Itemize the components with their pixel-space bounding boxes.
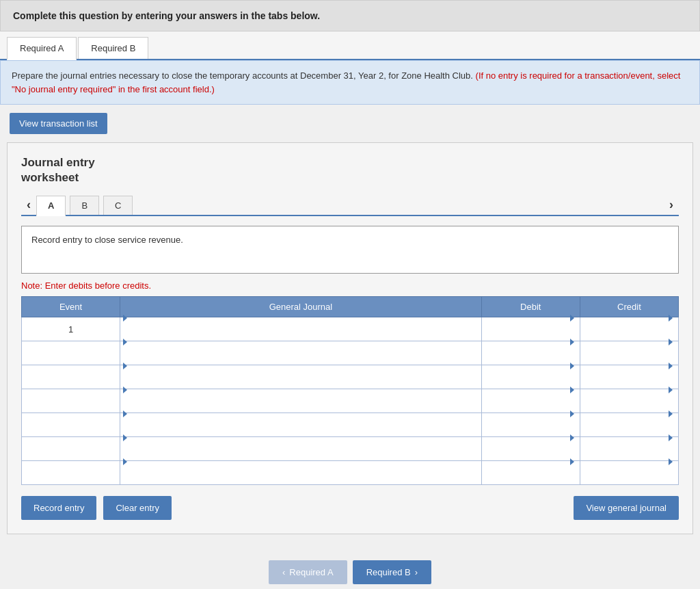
- footer-prev-button[interactable]: ‹ Required A: [269, 560, 347, 584]
- debit-input[interactable]: [482, 347, 577, 370]
- credit-input[interactable]: [580, 371, 675, 394]
- general-journal-input[interactable]: [123, 419, 481, 442]
- general-journal-input[interactable]: [123, 323, 481, 346]
- view-transaction-list-button[interactable]: View transaction list: [10, 113, 107, 134]
- next-arrow-icon: ›: [415, 567, 418, 577]
- debit-input[interactable]: [482, 467, 577, 490]
- event-cell: [22, 341, 120, 365]
- instruction-bar: Complete this question by entering your …: [0, 0, 700, 31]
- credit-input[interactable]: [580, 323, 675, 346]
- view-general-journal-button[interactable]: View general journal: [574, 496, 679, 520]
- cell-arrow-icon: [123, 363, 127, 369]
- sub-tab-b[interactable]: B: [70, 196, 99, 215]
- general-journal-input[interactable]: [123, 443, 481, 466]
- cell-arrow-icon: [669, 315, 673, 322]
- worksheet-container: Journal entryworksheet ‹ A B C › Record …: [7, 142, 693, 534]
- debit-input[interactable]: [482, 371, 577, 394]
- description-normal-text: Prepare the journal entries necessary to…: [12, 70, 473, 81]
- cell-arrow-icon: [123, 410, 127, 417]
- debit-input[interactable]: [482, 419, 577, 442]
- tab-required-b[interactable]: Required B: [78, 37, 148, 59]
- clear-entry-button[interactable]: Clear entry: [103, 496, 172, 520]
- footer-next-label: Required B: [366, 567, 411, 577]
- credit-input[interactable]: [580, 419, 675, 442]
- col-header-event: Event: [22, 297, 120, 317]
- debit-input[interactable]: [482, 323, 577, 346]
- cell-arrow-icon: [669, 363, 673, 369]
- description-box: Prepare the journal entries necessary to…: [0, 60, 700, 105]
- footer-next-button[interactable]: Required B ›: [353, 560, 431, 584]
- cell-arrow-icon: [570, 434, 574, 441]
- event-cell: [22, 413, 120, 437]
- cell-arrow-icon: [123, 387, 127, 393]
- general-journal-cell[interactable]: [120, 317, 482, 341]
- cell-arrow-icon: [123, 315, 127, 322]
- cell-arrow-icon: [570, 410, 574, 417]
- sub-tabs-row: ‹ A B C ›: [21, 195, 679, 216]
- note-text: Note: Enter debits before credits.: [21, 280, 679, 291]
- table-row: 1: [22, 317, 679, 341]
- credit-cell[interactable]: [580, 317, 678, 341]
- bottom-buttons: Record entry Clear entry View general jo…: [21, 496, 679, 520]
- cell-arrow-icon: [570, 458, 574, 465]
- sub-tab-c[interactable]: C: [103, 196, 133, 215]
- worksheet-title: Journal entryworksheet: [21, 155, 679, 185]
- footer-nav: ‹ Required A Required B ›: [0, 548, 700, 589]
- credit-input[interactable]: [580, 467, 675, 490]
- col-header-credit: Credit: [580, 297, 678, 317]
- general-journal-input[interactable]: [123, 467, 481, 490]
- cell-arrow-icon: [123, 339, 127, 345]
- entry-description: Record entry to close service revenue.: [21, 226, 679, 274]
- event-cell: 1: [22, 317, 120, 341]
- cell-arrow-icon: [570, 315, 574, 322]
- cell-arrow-icon: [669, 434, 673, 441]
- cell-arrow-icon: [570, 363, 574, 369]
- record-entry-button[interactable]: Record entry: [21, 496, 96, 520]
- debit-input[interactable]: [482, 395, 577, 418]
- debit-input[interactable]: [482, 443, 577, 466]
- event-cell: [22, 437, 120, 461]
- prev-arrow-icon: ‹: [282, 567, 285, 577]
- col-header-debit: Debit: [481, 297, 580, 317]
- general-journal-input[interactable]: [123, 395, 481, 418]
- event-cell: [22, 389, 120, 413]
- cell-arrow-icon: [570, 339, 574, 345]
- tab-required-a[interactable]: Required A: [7, 37, 77, 60]
- credit-input[interactable]: [580, 347, 675, 370]
- general-journal-input[interactable]: [123, 371, 481, 394]
- cell-arrow-icon: [669, 458, 673, 465]
- col-header-general-journal: General Journal: [120, 297, 482, 317]
- main-tabs-row: Required A Required B: [0, 31, 700, 60]
- credit-input[interactable]: [580, 443, 675, 466]
- footer-prev-label: Required A: [289, 567, 333, 577]
- cell-arrow-icon: [123, 434, 127, 441]
- prev-tab-arrow[interactable]: ‹: [21, 195, 36, 215]
- event-cell: [22, 461, 120, 485]
- debit-cell[interactable]: [481, 317, 580, 341]
- event-cell: [22, 365, 120, 389]
- cell-arrow-icon: [669, 387, 673, 393]
- cell-arrow-icon: [669, 339, 673, 345]
- cell-arrow-icon: [669, 410, 673, 417]
- cell-arrow-icon: [570, 387, 574, 393]
- next-tab-arrow[interactable]: ›: [664, 195, 679, 215]
- general-journal-input[interactable]: [123, 347, 481, 370]
- credit-input[interactable]: [580, 395, 675, 418]
- journal-table: Event General Journal Debit Credit 1: [21, 296, 679, 485]
- cell-arrow-icon: [123, 458, 127, 465]
- sub-tab-a[interactable]: A: [36, 196, 66, 216]
